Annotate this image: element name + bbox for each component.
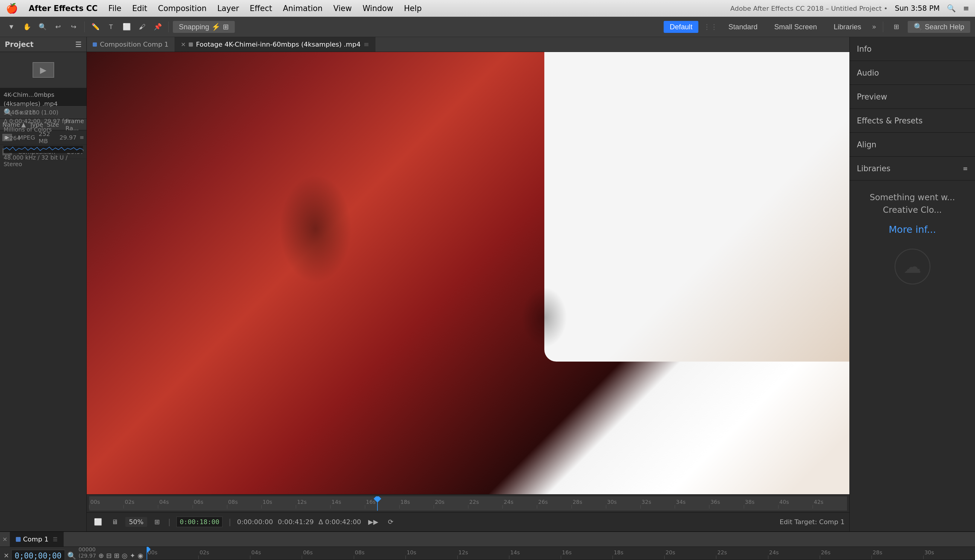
timeline-fps: 00000 (29.97 fps)	[79, 546, 96, 560]
motion-blur-btn[interactable]: ◎	[122, 552, 127, 560]
viewer-tab-footage[interactable]: ✕ Footage 4K-Chimei-inn-60mbps (4ksample…	[175, 37, 376, 52]
search-help-btn[interactable]: 🔍 Search Help	[908, 21, 970, 33]
right-panel-preview[interactable]: Preview	[850, 85, 975, 109]
r-14s: 14s	[330, 499, 365, 508]
workspace-small-screen[interactable]: Small Screen	[768, 21, 823, 33]
adjustment-btn[interactable]: ✦	[130, 552, 135, 560]
menu-layer[interactable]: Layer	[217, 4, 239, 13]
timeline-fps-icon[interactable]: 🔍	[67, 552, 76, 560]
menu-file[interactable]: File	[108, 4, 121, 13]
snap-btn[interactable]: ⊞	[152, 517, 162, 527]
apple-menu[interactable]: 🍎	[6, 3, 18, 14]
menu-edit[interactable]: Edit	[132, 4, 147, 13]
r-36s: 36s	[709, 499, 744, 508]
layer-modes-btn[interactable]: ⊟	[106, 552, 112, 560]
menu-help[interactable]: Help	[404, 4, 422, 13]
right-panel-content-area: Something went w... Creative Clo... More…	[850, 180, 975, 531]
resolution-btn[interactable]: 🖥	[109, 517, 120, 527]
menu-effect[interactable]: Effect	[250, 4, 272, 13]
new-layer-btn[interactable]: ⊕	[99, 552, 104, 560]
preview-settings-btn[interactable]: ⬜	[92, 517, 104, 527]
timeline-section: ✕ Comp 1 ☰ ✕ 0;00;00;00 🔍 00000 (29.97 f…	[0, 531, 975, 560]
workspace-libraries[interactable]: Libraries	[828, 21, 867, 33]
workspace-standard[interactable]: Standard	[722, 21, 763, 33]
close-comp-btn[interactable]: ✕	[0, 532, 10, 547]
render-btn[interactable]: ▶▶	[366, 517, 381, 527]
timeline-track-panel: 00s 02s 04s 06s 08s 10s 12s 14s 16s 18s …	[147, 547, 975, 560]
layout-icon[interactable]: ⊞	[890, 20, 903, 33]
preview-info: 4K-Chim...0mbps (4ksamples) .mp4 3840 x …	[0, 88, 87, 145]
viewer-panel: Composition Comp 1 ✕ Footage 4K-Chimei-i…	[87, 37, 850, 531]
window-title: Adobe After Effects CC 2018 – Untitled P…	[730, 5, 888, 12]
viewer-tab-footage-label: Footage 4K-Chimei-inn-60mbps (4ksamples)…	[196, 41, 360, 48]
preview-resolution: 3840 x 2160 (1.00)	[3, 108, 83, 117]
search-help-label: Search Help	[925, 23, 964, 31]
timeline-area: ✕ 0;00;00;00 🔍 00000 (29.97 fps) ⊕ ⊟ ⊞ ◎…	[0, 547, 975, 560]
more-info-link[interactable]: More inf...	[888, 224, 936, 235]
libraries-expand-icon[interactable]: ≡	[963, 165, 968, 172]
preview-filename: 4K-Chim...0mbps (4ksamples) .mp4	[3, 90, 83, 108]
timeline-ruler-top[interactable]: 00s 02s 04s 06s 08s 10s 12s 14s 16s 18s …	[147, 547, 975, 560]
right-panel-effects[interactable]: Effects & Presets	[850, 109, 975, 133]
timeline-settings-btn[interactable]: ✕	[3, 552, 9, 560]
comp-tab-color	[93, 42, 97, 47]
r-06s: 06s	[192, 499, 227, 508]
r-38s: 38s	[744, 499, 778, 508]
project-menu-icon[interactable]: ☰	[75, 40, 82, 49]
comp-tabs: ✕ Comp 1 ☰	[0, 532, 975, 547]
comp-tab-1[interactable]: Comp 1 ☰	[10, 532, 64, 547]
r-02s: 02s	[124, 499, 158, 508]
redo-btn[interactable]: ↪	[67, 20, 80, 33]
snapping-grid-icon: ⊞	[223, 23, 229, 31]
type-tool[interactable]: T	[104, 20, 117, 33]
timeline-playhead[interactable]	[147, 547, 147, 560]
menu-view[interactable]: View	[333, 4, 352, 13]
time-separator2: |	[229, 518, 231, 526]
right-panel-align[interactable]: Align	[850, 133, 975, 157]
menu-animation[interactable]: Animation	[283, 4, 323, 13]
control-center-icon[interactable]: ≡	[963, 4, 969, 13]
viewer-timeline: 00s 02s 04s 06s 08s 10s 12s 14s 16s 18s …	[87, 494, 850, 512]
solo-btn[interactable]: ◉	[137, 552, 143, 560]
r-32s: 32s	[641, 499, 675, 508]
paint-tool[interactable]: 🖌	[135, 20, 149, 33]
expand-workspaces-icon[interactable]: »	[872, 23, 876, 31]
workspace-separator: ⋮⋮	[703, 23, 717, 31]
workspace-default[interactable]: Default	[664, 21, 698, 33]
r-40s: 40s	[778, 499, 813, 508]
puppet-tool[interactable]: 📌	[151, 20, 164, 33]
snapping-button[interactable]: Snapping ⚡ ⊞	[173, 21, 235, 33]
right-panel-libraries[interactable]: Libraries ≡	[850, 157, 975, 180]
pen-tool[interactable]: ✏️	[89, 20, 102, 33]
r-24s: 24s	[502, 499, 537, 508]
timeline-left: ✕ 0;00;00;00 🔍 00000 (29.97 fps) ⊕ ⊟ ⊞ ◎…	[0, 547, 147, 560]
timeline-ruler[interactable]: 00s 02s 04s 06s 08s 10s 12s 14s 16s 18s …	[89, 497, 847, 511]
comp-tab-menu[interactable]: ☰	[53, 536, 57, 542]
frame-mix-btn[interactable]: ⊞	[114, 552, 119, 560]
r-18s: 18s	[399, 499, 434, 508]
preview-label: Preview	[857, 92, 887, 101]
undo-btn[interactable]: ↩	[52, 20, 65, 33]
menu-composition[interactable]: Composition	[158, 4, 206, 13]
footage-tab-menu[interactable]: ≡	[364, 41, 369, 48]
preview-audio: 48.000 kHz / 32 bit U / Stereo	[0, 154, 87, 167]
timeline-timecode[interactable]: 0;00;00;00	[12, 550, 65, 560]
hand-tool[interactable]: ✋	[20, 20, 33, 33]
loop-btn[interactable]: ⟳	[386, 517, 396, 527]
select-tool[interactable]: ▼	[5, 20, 18, 33]
footage-tab-close[interactable]: ✕	[181, 41, 186, 48]
shape-tool[interactable]: ⬜	[120, 20, 133, 33]
viewer-playhead[interactable]	[377, 497, 378, 511]
viewer-tab-comp[interactable]: Composition Comp 1	[87, 37, 175, 52]
right-panel-info[interactable]: Info	[850, 37, 975, 61]
zoom-display[interactable]: 50%	[125, 517, 147, 527]
r-28s: 28s	[572, 499, 606, 508]
preview-thumbnail: ▶	[0, 52, 87, 88]
time-current-display[interactable]: 0:00:18:00	[176, 517, 222, 527]
preview-colors: Millions of Colors	[3, 125, 83, 134]
right-panel-audio[interactable]: Audio	[850, 61, 975, 85]
search-icon[interactable]: 🔍	[947, 4, 956, 13]
r-00s: 00s	[89, 499, 124, 508]
zoom-tool[interactable]: 🔍	[36, 20, 49, 33]
menu-window[interactable]: Window	[363, 4, 393, 13]
